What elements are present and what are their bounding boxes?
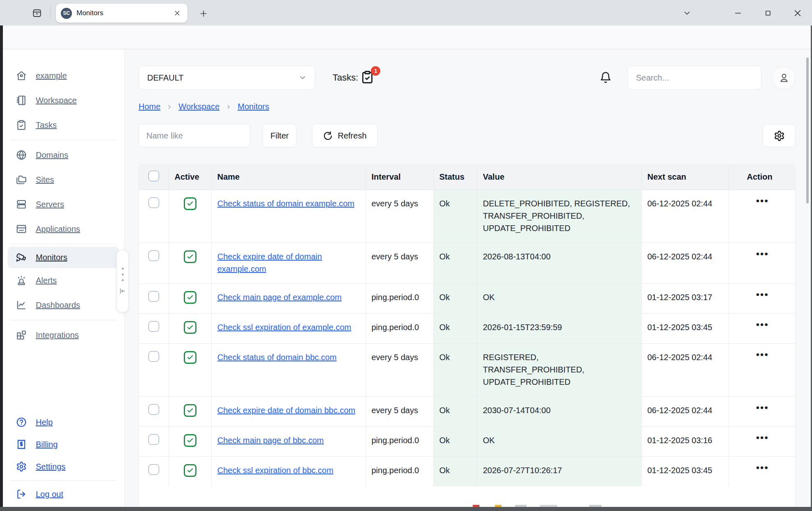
sidebar-collapse-handle[interactable] (116, 250, 129, 312)
active-checkbox[interactable] (184, 321, 197, 334)
sidebar-item-domains[interactable]: Domains (3, 143, 124, 167)
row-checkbox[interactable] (148, 197, 159, 208)
check-icon (187, 200, 194, 207)
active-checkbox[interactable] (184, 464, 197, 477)
tab-list-button[interactable] (679, 6, 695, 21)
sidebar-item-workspace[interactable]: Workspace (3, 88, 124, 113)
row-actions-button[interactable]: ••• (729, 456, 796, 486)
notifications-button[interactable] (599, 71, 613, 84)
row-actions-button[interactable]: ••• (729, 396, 796, 426)
window-close-button[interactable] (790, 6, 805, 21)
status-cell: Ok (433, 426, 477, 456)
select-all-checkbox[interactable] (148, 171, 159, 181)
filter-button[interactable]: Filter (263, 124, 296, 148)
monitor-link[interactable]: Check expire date of domain example.com (217, 252, 322, 273)
sidebar-item-billing[interactable]: Billing (3, 433, 124, 456)
row-active-cell (169, 426, 211, 456)
new-tab-button[interactable] (197, 7, 211, 21)
value-cell: 2026-08-13T04:00 (477, 243, 641, 283)
sidebar-divider (10, 320, 117, 320)
active-checkbox[interactable] (184, 434, 197, 447)
table-row: Check ssl expiration of bbc.com ping.per… (139, 456, 796, 486)
next-scan-cell: 01-12-2025 03:45 (641, 456, 729, 486)
row-active-cell (169, 343, 211, 396)
plus-icon (199, 9, 208, 18)
table-settings-button[interactable] (763, 124, 796, 147)
breadcrumb-home[interactable]: Home (139, 102, 160, 111)
siren-icon (16, 275, 27, 286)
window-maximize-button[interactable] (760, 6, 776, 21)
row-checkbox[interactable] (148, 321, 159, 332)
sidebar-item-sites[interactable]: Sites (3, 167, 124, 192)
row-active-cell (169, 283, 211, 313)
row-checkbox[interactable] (148, 250, 159, 261)
sidebar-divider (10, 244, 117, 244)
name-filter-input[interactable] (139, 124, 250, 148)
tasks-label: Tasks: (333, 72, 358, 83)
sidebar-item-logout[interactable]: Log out (3, 483, 124, 505)
active-checkbox[interactable] (184, 404, 197, 417)
monitor-link[interactable]: Check status of domain example.com (217, 199, 355, 208)
col-header-status: Status (433, 165, 477, 190)
refresh-button[interactable]: Refresh (312, 124, 378, 148)
row-actions-button[interactable]: ••• (729, 426, 796, 456)
logout-icon (16, 489, 27, 499)
breadcrumb-monitors[interactable]: Monitors (238, 102, 269, 111)
sidebar-item-monitors[interactable]: Monitors (8, 247, 119, 268)
monitor-link[interactable]: Check ssl expiration of example.com (217, 323, 352, 332)
sidebar-item-help[interactable]: Help (3, 411, 124, 433)
filter-row: Filter Refresh (139, 124, 796, 148)
sidebar-item-account[interactable]: example (3, 63, 124, 88)
monitor-link[interactable]: Check status of domain bbc.com (217, 353, 337, 362)
row-checkbox[interactable] (148, 291, 159, 302)
sidebar-item-alerts[interactable]: Alerts (3, 268, 124, 293)
interval-cell: ping.period.0 (366, 313, 433, 343)
next-scan-cell: 01-12-2025 03:17 (641, 283, 729, 313)
sidebar-item-dashboards[interactable]: Dashboards (3, 293, 124, 317)
window-bottom-edge (0, 507, 812, 511)
active-checkbox[interactable] (184, 250, 197, 263)
sidebar-item-servers[interactable]: Servers (3, 192, 124, 217)
status-cell: Ok (433, 283, 477, 313)
breadcrumb-workspace[interactable]: Workspace (178, 102, 220, 111)
sidebar-item-integrations[interactable]: Integrations (3, 323, 124, 347)
row-actions-button[interactable]: ••• (729, 313, 796, 343)
status-cell: Ok (433, 456, 477, 486)
sidebar-item-applications[interactable]: Applications (3, 217, 124, 241)
window-minimize-button[interactable] (730, 6, 746, 21)
active-checkbox[interactable] (184, 197, 197, 210)
sidebar-item-settings[interactable]: Settings (3, 456, 124, 478)
row-checkbox[interactable] (148, 434, 159, 445)
row-checkbox[interactable] (148, 464, 159, 475)
browser-tab[interactable]: SC Monitors (56, 4, 187, 23)
tab-close-button[interactable] (172, 8, 183, 18)
active-checkbox[interactable] (184, 291, 197, 304)
monitor-link[interactable]: Check ssl expiration of bbc.com (217, 466, 333, 475)
maximize-icon (763, 9, 773, 18)
user-avatar-button[interactable] (772, 66, 796, 90)
row-actions-button[interactable]: ••• (729, 243, 796, 283)
interval-cell: every 5 days (366, 343, 433, 396)
monitor-link[interactable]: Check expire date of domain bbc.com (217, 406, 356, 415)
monitor-link[interactable]: Check main page of bbc.com (217, 436, 324, 445)
search-input[interactable] (627, 66, 761, 90)
row-actions-button[interactable]: ••• (729, 190, 796, 243)
workspace-select[interactable]: DEFAULT (139, 66, 315, 90)
bell-icon (599, 71, 612, 83)
row-checkbox[interactable] (148, 404, 159, 415)
row-actions-button[interactable]: ••• (729, 343, 796, 396)
row-checkbox[interactable] (148, 351, 159, 362)
page-scrollbar[interactable] (806, 58, 809, 203)
workspace-topbar: DEFAULT Tasks: 1 (139, 66, 796, 90)
tab-manager-button[interactable] (30, 6, 44, 21)
breadcrumb: Home Workspace Monitors (139, 102, 796, 111)
status-cell: Ok (433, 190, 477, 243)
tasks-indicator[interactable]: Tasks: 1 (333, 70, 375, 85)
active-checkbox[interactable] (184, 351, 197, 364)
check-icon (187, 407, 194, 414)
row-actions-button[interactable]: ••• (729, 283, 796, 313)
tab-manager-icon (32, 8, 42, 18)
next-scan-cell: 06-12-2025 02:44 (641, 190, 729, 243)
sidebar-item-tasks[interactable]: Tasks (3, 113, 124, 137)
monitor-link[interactable]: Check main page of example.com (217, 293, 342, 302)
